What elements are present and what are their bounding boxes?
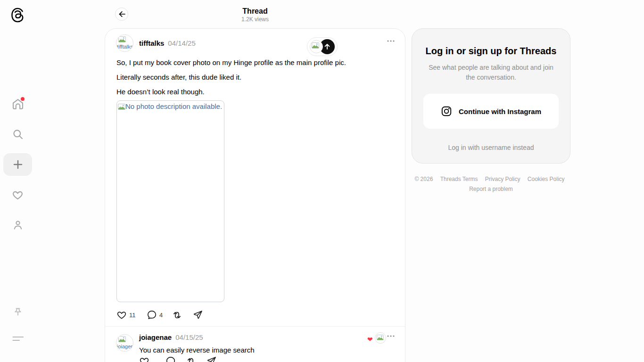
footer-link-cookies[interactable]: Cookies Policy: [528, 176, 565, 182]
page-title: Thread: [105, 7, 405, 16]
heart-icon: [139, 356, 149, 362]
heart-emoji-icon: ❤: [367, 336, 373, 343]
broken-image-icon: [118, 104, 125, 110]
copyright: © 2026: [414, 176, 433, 182]
login-title: Log in or sign up for Threads: [412, 46, 570, 57]
reply-button[interactable]: 4: [147, 310, 163, 320]
create-post-button[interactable]: [3, 153, 32, 176]
repost-icon: [172, 310, 182, 321]
reply-more-options[interactable]: [385, 333, 396, 339]
footer-link-terms[interactable]: Threads Terms: [440, 176, 478, 182]
pill-avatar: [310, 40, 323, 53]
post-more-options[interactable]: [385, 38, 396, 44]
post-username[interactable]: tifftalks: [139, 39, 164, 47]
post-line: So, I put my book cover photo on my Hing…: [116, 58, 390, 67]
heart-icon: [116, 310, 127, 320]
threads-logo-icon[interactable]: [10, 7, 26, 23]
reply-repost-button[interactable]: [186, 356, 197, 362]
reply-username[interactable]: joiagenae: [139, 333, 172, 341]
share-button[interactable]: [193, 310, 203, 320]
instagram-icon: [441, 106, 452, 117]
post-line: Literally seconds after, this dude liked…: [116, 73, 390, 82]
login-card: Log in or sign up for Threads See what p…: [412, 28, 570, 164]
image-alt-text: No photo description available.: [125, 102, 222, 111]
back-button[interactable]: [115, 8, 128, 21]
broken-image-icon: [312, 42, 319, 49]
thread-card: tifftalks tifftalks 04/14/25 So, I put m…: [105, 28, 405, 362]
report-problem-link[interactable]: Report a problem: [469, 186, 513, 192]
continue-with-instagram-button[interactable]: Continue with Instagram: [423, 94, 559, 129]
post-image-placeholder[interactable]: No photo description available.: [116, 100, 224, 302]
reply-like-button[interactable]: [139, 356, 149, 362]
broken-image-icon: [118, 36, 126, 42]
post-avatar[interactable]: tifftalks: [116, 34, 133, 52]
divider: [105, 326, 405, 327]
reply-avatar[interactable]: joiagenae: [116, 334, 133, 352]
share-icon: [206, 356, 217, 362]
comment-icon: [147, 310, 157, 320]
comment-icon: [165, 356, 176, 362]
username-login-link[interactable]: Log in with username instead: [412, 144, 570, 151]
footer-report: Report a problem: [412, 186, 570, 192]
repost-button[interactable]: [172, 310, 182, 321]
like-button[interactable]: 11: [116, 310, 136, 320]
broken-image-icon: [377, 335, 384, 340]
activity-heart-icon[interactable]: [3, 183, 32, 206]
post-line: He doesn’t look real though.: [116, 87, 390, 97]
home-icon[interactable]: [3, 93, 32, 115]
share-icon: [193, 310, 203, 320]
reply-comment-button[interactable]: [165, 356, 176, 362]
author-pill[interactable]: [307, 37, 338, 56]
like-count: 11: [129, 312, 136, 319]
broken-image-icon: [118, 336, 126, 342]
badge-avatar: [375, 332, 386, 344]
view-count: 1.2K views: [105, 16, 405, 23]
reply-date: 04/15/25: [175, 333, 203, 341]
liked-by-badge[interactable]: ❤: [367, 332, 386, 345]
avatar-alt-text: joiagenae: [117, 344, 133, 349]
post-text: So, I put my book cover photo on my Hing…: [116, 58, 390, 102]
reply-text: You can easily reverse image search: [139, 346, 255, 355]
footer-links: © 2026 Threads Terms Privacy Policy Cook…: [412, 176, 570, 182]
login-subtitle: See what people are talking about and jo…: [424, 63, 558, 82]
reply-count: 4: [159, 312, 163, 319]
instagram-button-label: Continue with Instagram: [459, 107, 541, 115]
avatar-alt-text: tifftalks: [117, 44, 133, 49]
notification-dot: [21, 97, 25, 101]
pin-icon[interactable]: [3, 301, 32, 324]
sidebar: [0, 0, 35, 362]
search-icon[interactable]: [3, 123, 32, 146]
profile-icon[interactable]: [3, 214, 32, 236]
menu-icon[interactable]: [3, 327, 32, 350]
reply-share-button[interactable]: [206, 356, 217, 362]
repost-icon: [186, 356, 197, 362]
footer-link-privacy[interactable]: Privacy Policy: [485, 176, 520, 182]
post-date: 04/14/25: [168, 39, 195, 47]
